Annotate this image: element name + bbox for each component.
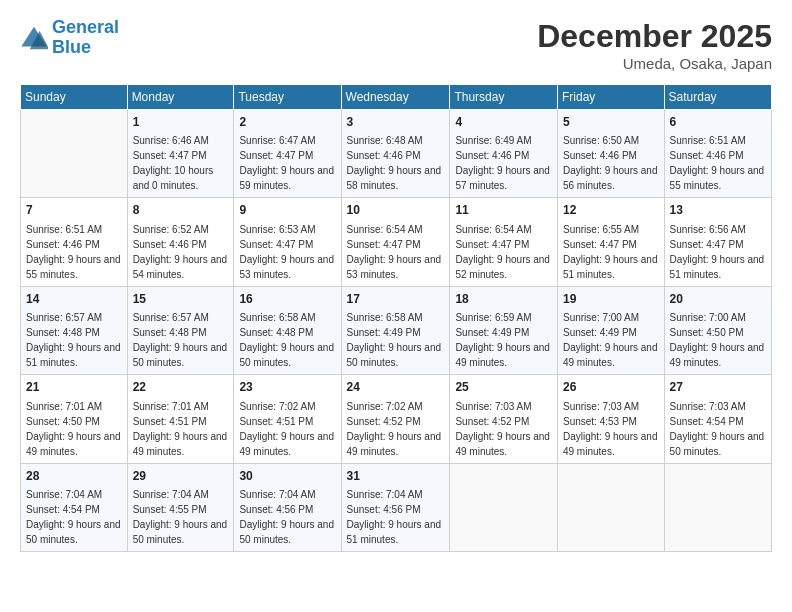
day-number: 19 [563,291,659,308]
calendar-cell: 18Sunrise: 6:59 AMSunset: 4:49 PMDayligh… [450,286,558,374]
day-number: 1 [133,114,229,131]
day-info: Sunrise: 7:04 AMSunset: 4:56 PMDaylight:… [239,487,335,547]
day-number: 4 [455,114,552,131]
calendar-cell: 1Sunrise: 6:46 AMSunset: 4:47 PMDaylight… [127,110,234,198]
day-info: Sunrise: 7:00 AMSunset: 4:50 PMDaylight:… [670,310,766,370]
day-info: Sunrise: 7:00 AMSunset: 4:49 PMDaylight:… [563,310,659,370]
calendar-cell: 11Sunrise: 6:54 AMSunset: 4:47 PMDayligh… [450,198,558,286]
day-info: Sunrise: 6:58 AMSunset: 4:48 PMDaylight:… [239,310,335,370]
calendar-cell: 3Sunrise: 6:48 AMSunset: 4:46 PMDaylight… [341,110,450,198]
day-number: 16 [239,291,335,308]
calendar-cell: 15Sunrise: 6:57 AMSunset: 4:48 PMDayligh… [127,286,234,374]
day-info: Sunrise: 6:53 AMSunset: 4:47 PMDaylight:… [239,222,335,282]
header-thursday: Thursday [450,85,558,110]
calendar-cell: 29Sunrise: 7:04 AMSunset: 4:55 PMDayligh… [127,463,234,551]
day-number: 15 [133,291,229,308]
day-info: Sunrise: 6:47 AMSunset: 4:47 PMDaylight:… [239,133,335,193]
logo-line1: General [52,17,119,37]
calendar-cell [21,110,128,198]
calendar-cell: 7Sunrise: 6:51 AMSunset: 4:46 PMDaylight… [21,198,128,286]
day-info: Sunrise: 6:54 AMSunset: 4:47 PMDaylight:… [347,222,445,282]
header-friday: Friday [557,85,664,110]
header-tuesday: Tuesday [234,85,341,110]
day-number: 3 [347,114,445,131]
day-info: Sunrise: 7:04 AMSunset: 4:56 PMDaylight:… [347,487,445,547]
month-title: December 2025 [537,18,772,55]
day-info: Sunrise: 6:52 AMSunset: 4:46 PMDaylight:… [133,222,229,282]
day-number: 18 [455,291,552,308]
calendar-week-4: 21Sunrise: 7:01 AMSunset: 4:50 PMDayligh… [21,375,772,463]
calendar-cell: 14Sunrise: 6:57 AMSunset: 4:48 PMDayligh… [21,286,128,374]
day-number: 10 [347,202,445,219]
header-monday: Monday [127,85,234,110]
calendar-cell [664,463,771,551]
day-info: Sunrise: 7:03 AMSunset: 4:53 PMDaylight:… [563,399,659,459]
calendar-cell [450,463,558,551]
day-number: 12 [563,202,659,219]
page-header: General Blue December 2025 Umeda, Osaka,… [20,18,772,72]
logo-line2: Blue [52,37,91,57]
title-block: December 2025 Umeda, Osaka, Japan [537,18,772,72]
calendar-cell: 8Sunrise: 6:52 AMSunset: 4:46 PMDaylight… [127,198,234,286]
location: Umeda, Osaka, Japan [537,55,772,72]
header-wednesday: Wednesday [341,85,450,110]
day-number: 14 [26,291,122,308]
day-info: Sunrise: 6:49 AMSunset: 4:46 PMDaylight:… [455,133,552,193]
day-number: 5 [563,114,659,131]
header-saturday: Saturday [664,85,771,110]
calendar-cell: 13Sunrise: 6:56 AMSunset: 4:47 PMDayligh… [664,198,771,286]
header-sunday: Sunday [21,85,128,110]
calendar-cell [557,463,664,551]
day-number: 22 [133,379,229,396]
day-info: Sunrise: 7:03 AMSunset: 4:54 PMDaylight:… [670,399,766,459]
day-number: 23 [239,379,335,396]
day-info: Sunrise: 6:46 AMSunset: 4:47 PMDaylight:… [133,133,229,193]
day-number: 25 [455,379,552,396]
calendar-table: Sunday Monday Tuesday Wednesday Thursday… [20,84,772,552]
day-info: Sunrise: 6:59 AMSunset: 4:49 PMDaylight:… [455,310,552,370]
calendar-cell: 2Sunrise: 6:47 AMSunset: 4:47 PMDaylight… [234,110,341,198]
day-info: Sunrise: 7:01 AMSunset: 4:50 PMDaylight:… [26,399,122,459]
calendar-week-2: 7Sunrise: 6:51 AMSunset: 4:46 PMDaylight… [21,198,772,286]
day-info: Sunrise: 6:57 AMSunset: 4:48 PMDaylight:… [133,310,229,370]
day-info: Sunrise: 6:58 AMSunset: 4:49 PMDaylight:… [347,310,445,370]
calendar-cell: 28Sunrise: 7:04 AMSunset: 4:54 PMDayligh… [21,463,128,551]
calendar-cell: 25Sunrise: 7:03 AMSunset: 4:52 PMDayligh… [450,375,558,463]
day-info: Sunrise: 6:56 AMSunset: 4:47 PMDaylight:… [670,222,766,282]
day-number: 2 [239,114,335,131]
calendar-cell: 16Sunrise: 6:58 AMSunset: 4:48 PMDayligh… [234,286,341,374]
day-number: 17 [347,291,445,308]
day-number: 8 [133,202,229,219]
day-number: 13 [670,202,766,219]
day-number: 21 [26,379,122,396]
day-info: Sunrise: 7:02 AMSunset: 4:52 PMDaylight:… [347,399,445,459]
day-info: Sunrise: 6:51 AMSunset: 4:46 PMDaylight:… [670,133,766,193]
day-number: 7 [26,202,122,219]
day-info: Sunrise: 7:01 AMSunset: 4:51 PMDaylight:… [133,399,229,459]
day-number: 30 [239,468,335,485]
day-info: Sunrise: 6:54 AMSunset: 4:47 PMDaylight:… [455,222,552,282]
day-info: Sunrise: 7:03 AMSunset: 4:52 PMDaylight:… [455,399,552,459]
calendar-week-1: 1Sunrise: 6:46 AMSunset: 4:47 PMDaylight… [21,110,772,198]
day-info: Sunrise: 7:04 AMSunset: 4:54 PMDaylight:… [26,487,122,547]
calendar-cell: 22Sunrise: 7:01 AMSunset: 4:51 PMDayligh… [127,375,234,463]
day-number: 29 [133,468,229,485]
calendar-cell: 6Sunrise: 6:51 AMSunset: 4:46 PMDaylight… [664,110,771,198]
day-number: 11 [455,202,552,219]
day-number: 28 [26,468,122,485]
day-info: Sunrise: 7:04 AMSunset: 4:55 PMDaylight:… [133,487,229,547]
day-info: Sunrise: 6:55 AMSunset: 4:47 PMDaylight:… [563,222,659,282]
calendar-cell: 27Sunrise: 7:03 AMSunset: 4:54 PMDayligh… [664,375,771,463]
calendar-week-5: 28Sunrise: 7:04 AMSunset: 4:54 PMDayligh… [21,463,772,551]
calendar-cell: 23Sunrise: 7:02 AMSunset: 4:51 PMDayligh… [234,375,341,463]
page-container: General Blue December 2025 Umeda, Osaka,… [0,0,792,562]
day-number: 24 [347,379,445,396]
day-info: Sunrise: 6:51 AMSunset: 4:46 PMDaylight:… [26,222,122,282]
day-number: 9 [239,202,335,219]
calendar-cell: 30Sunrise: 7:04 AMSunset: 4:56 PMDayligh… [234,463,341,551]
calendar-cell: 10Sunrise: 6:54 AMSunset: 4:47 PMDayligh… [341,198,450,286]
calendar-cell: 5Sunrise: 6:50 AMSunset: 4:46 PMDaylight… [557,110,664,198]
calendar-cell: 9Sunrise: 6:53 AMSunset: 4:47 PMDaylight… [234,198,341,286]
day-number: 27 [670,379,766,396]
calendar-cell: 20Sunrise: 7:00 AMSunset: 4:50 PMDayligh… [664,286,771,374]
